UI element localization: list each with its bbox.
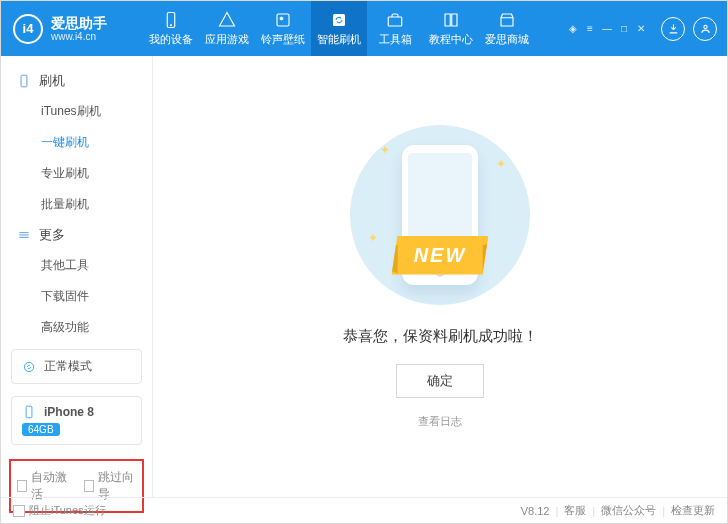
ok-button[interactable]: 确定 [396, 364, 484, 398]
svg-rect-7 [21, 75, 27, 87]
download-button[interactable] [661, 17, 685, 41]
tshirt-icon[interactable]: ◈ [567, 23, 579, 35]
menu-icon[interactable]: ≡ [584, 23, 596, 35]
separator: | [662, 505, 665, 517]
store-icon [498, 11, 516, 29]
nav-label: 智能刷机 [317, 32, 361, 47]
nav-smart-flash[interactable]: 智能刷机 [311, 1, 367, 56]
brand-logo-icon: i4 [13, 14, 43, 44]
nav-label: 教程中心 [429, 32, 473, 47]
nav-label: 我的设备 [149, 32, 193, 47]
svg-rect-5 [388, 17, 402, 26]
checkbox-icon [17, 480, 27, 492]
checkbox-icon [84, 480, 94, 492]
sidebar-item-advanced[interactable]: 高级功能 [41, 312, 152, 343]
maximize-icon[interactable]: □ [618, 23, 630, 35]
sync-icon [330, 11, 348, 29]
apps-icon [218, 11, 236, 29]
svg-rect-9 [26, 406, 32, 418]
nav-apps-games[interactable]: 应用游戏 [199, 1, 255, 56]
svg-rect-2 [277, 14, 289, 26]
svg-rect-4 [333, 14, 345, 26]
phone-outline-icon [17, 74, 31, 88]
nav-store[interactable]: 爱思商城 [479, 1, 535, 56]
nav-label: 爱思商城 [485, 32, 529, 47]
device-mode-box[interactable]: 正常模式 [11, 349, 142, 384]
separator: | [555, 505, 558, 517]
window-controls: ◈ ≡ — □ ✕ [567, 23, 647, 35]
phone-icon [162, 11, 180, 29]
support-link[interactable]: 客服 [564, 503, 586, 518]
sidebar-item-one-click-flash[interactable]: 一键刷机 [41, 127, 152, 158]
check-update-link[interactable]: 检查更新 [671, 503, 715, 518]
toolbox-icon [386, 11, 404, 29]
sidebar-item-batch-flash[interactable]: 批量刷机 [41, 189, 152, 220]
checkbox-label: 阻止iTunes运行 [29, 503, 106, 518]
refresh-circle-icon [22, 360, 36, 374]
main-panel: ✦ ✦ ✦ NEW 恭喜您，保资料刷机成功啦！ 确定 查看日志 [153, 56, 727, 497]
brand: i4 爱思助手 www.i4.cn [13, 1, 133, 56]
more-icon [17, 228, 31, 242]
device-info-box[interactable]: iPhone 8 64GB [11, 396, 142, 445]
sidebar-group-label: 更多 [39, 226, 65, 244]
sparkle-icon: ✦ [496, 157, 506, 171]
version-label: V8.12 [521, 505, 550, 517]
nav-tutorials[interactable]: 教程中心 [423, 1, 479, 56]
device-name: iPhone 8 [44, 405, 94, 419]
checkbox-icon [13, 505, 25, 517]
sparkle-icon: ✦ [380, 143, 390, 157]
minimize-icon[interactable]: — [601, 23, 613, 35]
checkbox-block-itunes[interactable]: 阻止iTunes运行 [13, 503, 106, 518]
success-illustration: ✦ ✦ ✦ NEW [350, 125, 530, 305]
title-bar: i4 爱思助手 www.i4.cn 我的设备 应用游戏 铃声壁纸 智能刷机 [1, 1, 727, 56]
sparkle-icon: ✦ [368, 231, 378, 245]
image-icon [274, 11, 292, 29]
sidebar-group-label: 刷机 [39, 72, 65, 90]
brand-url: www.i4.cn [51, 31, 107, 43]
svg-point-8 [24, 362, 33, 371]
nav-ringtone-wallpaper[interactable]: 铃声壁纸 [255, 1, 311, 56]
storage-badge: 64GB [22, 423, 60, 436]
nav-label: 应用游戏 [205, 32, 249, 47]
sidebar-item-itunes-flash[interactable]: iTunes刷机 [41, 96, 152, 127]
device-mode-label: 正常模式 [44, 358, 92, 375]
separator: | [592, 505, 595, 517]
new-ribbon: NEW [392, 236, 489, 275]
svg-point-3 [280, 17, 283, 20]
svg-point-6 [703, 25, 706, 28]
svg-point-1 [170, 24, 172, 26]
download-icon [667, 22, 680, 35]
main-nav: 我的设备 应用游戏 铃声壁纸 智能刷机 工具箱 教程中心 [143, 1, 535, 56]
sidebar-item-download-firmware[interactable]: 下载固件 [41, 281, 152, 312]
user-button[interactable] [693, 17, 717, 41]
sidebar-group-flash[interactable]: 刷机 [1, 66, 152, 96]
sidebar: 刷机 iTunes刷机 一键刷机 专业刷机 批量刷机 更多 其他工具 下载固件 … [1, 56, 153, 497]
success-message: 恭喜您，保资料刷机成功啦！ [343, 327, 538, 346]
nav-label: 铃声壁纸 [261, 32, 305, 47]
sidebar-item-pro-flash[interactable]: 专业刷机 [41, 158, 152, 189]
sidebar-group-more[interactable]: 更多 [1, 220, 152, 250]
close-icon[interactable]: ✕ [635, 23, 647, 35]
user-icon [699, 22, 712, 35]
nav-label: 工具箱 [379, 32, 412, 47]
wechat-link[interactable]: 微信公众号 [601, 503, 656, 518]
device-phone-icon [22, 405, 36, 419]
view-log-link[interactable]: 查看日志 [418, 414, 462, 429]
book-icon [442, 11, 460, 29]
brand-title: 爱思助手 [51, 15, 107, 31]
sidebar-item-other-tools[interactable]: 其他工具 [41, 250, 152, 281]
nav-toolbox[interactable]: 工具箱 [367, 1, 423, 56]
nav-my-device[interactable]: 我的设备 [143, 1, 199, 56]
status-bar: 阻止iTunes运行 V8.12 | 客服 | 微信公众号 | 检查更新 [1, 497, 727, 523]
